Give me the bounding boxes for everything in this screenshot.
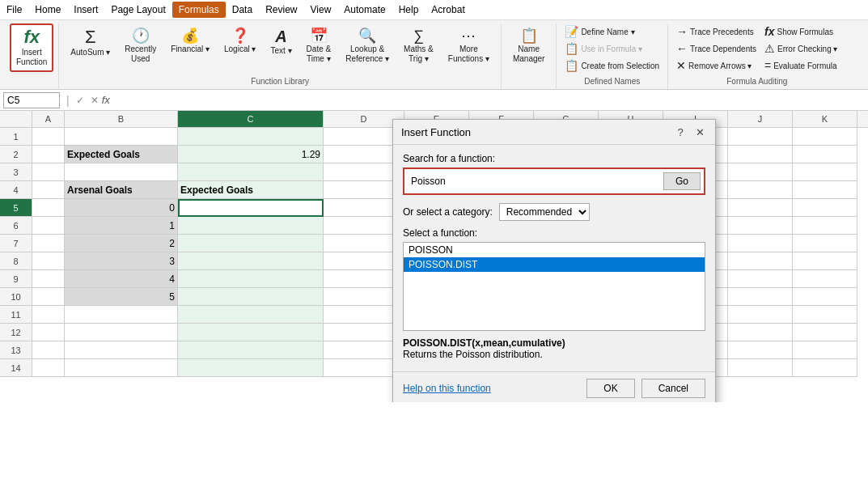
- row-header-5[interactable]: 5: [0, 199, 32, 217]
- more-functions-button[interactable]: ⋯ MoreFunctions ▾: [442, 23, 496, 69]
- menu-review[interactable]: Review: [259, 2, 303, 18]
- function-list[interactable]: POISSON POISSON.DIST: [403, 242, 705, 331]
- insert-function-button[interactable]: fx Insert Function: [10, 23, 53, 72]
- menu-automate[interactable]: Automate: [337, 2, 392, 18]
- name-manager-button[interactable]: 📋 NameManager: [506, 23, 551, 69]
- error-checking-button[interactable]: ⚠ Error Checking ▾: [761, 40, 840, 57]
- cell-a1[interactable]: [32, 128, 65, 146]
- cell-a7[interactable]: [32, 235, 65, 252]
- cell-b5[interactable]: 0: [65, 199, 178, 217]
- dialog-help-button[interactable]: ?: [673, 125, 688, 139]
- use-in-formula-button[interactable]: 📋 Use in Formula ▾: [561, 40, 663, 57]
- cell-k13[interactable]: [793, 341, 857, 359]
- cell-a12[interactable]: [32, 324, 65, 341]
- col-header-c[interactable]: C: [178, 111, 324, 127]
- cell-a2[interactable]: [32, 146, 65, 163]
- row-header-6[interactable]: 6: [0, 217, 32, 235]
- recently-used-button[interactable]: 🕐 Recently Used: [118, 23, 163, 69]
- cell-j9[interactable]: [728, 270, 793, 288]
- remove-arrows-button[interactable]: ✕ Remove Arrows ▾: [673, 57, 760, 74]
- cell-c14[interactable]: [178, 359, 324, 377]
- cell-k5[interactable]: [793, 199, 857, 217]
- cell-b9[interactable]: 4: [65, 270, 178, 288]
- autosum-button[interactable]: Σ AutoSum ▾: [64, 23, 116, 62]
- menu-acrobat[interactable]: Acrobat: [425, 2, 471, 18]
- dialog-cancel-button[interactable]: Cancel: [641, 379, 705, 398]
- cell-b13[interactable]: [65, 341, 178, 359]
- row-header-3[interactable]: 3: [0, 163, 32, 181]
- cell-a8[interactable]: [32, 252, 65, 270]
- cell-j3[interactable]: [728, 163, 793, 181]
- show-formulas-button[interactable]: fx Show Formulas: [761, 23, 840, 40]
- cell-j13[interactable]: [728, 341, 793, 359]
- cell-b14[interactable]: [65, 359, 178, 377]
- cell-k10[interactable]: [793, 288, 857, 306]
- menu-file[interactable]: File: [0, 2, 28, 18]
- help-link[interactable]: Help on this function: [403, 383, 491, 394]
- func-list-item-poisson-dist[interactable]: POISSON.DIST: [404, 257, 705, 272]
- cell-k11[interactable]: [793, 306, 857, 324]
- cell-j2[interactable]: [728, 146, 793, 163]
- date-time-button[interactable]: 📅 Date &Time ▾: [300, 23, 338, 69]
- cell-k9[interactable]: [793, 270, 857, 288]
- cell-j8[interactable]: [728, 252, 793, 270]
- trace-precedents-button[interactable]: → Trace Precedents: [673, 23, 760, 40]
- menu-home[interactable]: Home: [28, 2, 67, 18]
- cell-a13[interactable]: [32, 341, 65, 359]
- cell-a5[interactable]: [32, 199, 65, 217]
- cell-b3[interactable]: [65, 163, 178, 181]
- cell-k7[interactable]: [793, 235, 857, 252]
- dialog-close-button[interactable]: ✕: [692, 125, 707, 139]
- cell-b1[interactable]: [65, 128, 178, 146]
- cell-k3[interactable]: [793, 163, 857, 181]
- financial-button[interactable]: 💰 Financial ▾: [164, 23, 216, 59]
- cell-b7[interactable]: 2: [65, 235, 178, 252]
- logical-button[interactable]: ❓ Logical ▾: [218, 23, 262, 59]
- cell-c1[interactable]: [178, 128, 324, 146]
- row-header-7[interactable]: 7: [0, 235, 32, 252]
- cell-c2[interactable]: 1.29: [178, 146, 324, 163]
- cell-b6[interactable]: 1: [65, 217, 178, 235]
- col-header-b[interactable]: B: [65, 111, 178, 127]
- cell-k14[interactable]: [793, 359, 857, 377]
- category-select[interactable]: Recommended All Financial Date & Time Ma…: [499, 203, 590, 221]
- cell-a10[interactable]: [32, 288, 65, 306]
- cell-c12[interactable]: [178, 324, 324, 341]
- cell-a11[interactable]: [32, 306, 65, 324]
- define-name-button[interactable]: 📝 Define Name ▾: [561, 23, 663, 40]
- cell-k1[interactable]: [793, 128, 857, 146]
- cell-a3[interactable]: [32, 163, 65, 181]
- cell-c4[interactable]: Expected Goals: [178, 181, 324, 199]
- col-header-a[interactable]: A: [32, 111, 65, 127]
- row-header-13[interactable]: 13: [0, 341, 32, 359]
- cell-a6[interactable]: [32, 217, 65, 235]
- menu-formulas[interactable]: Formulas: [172, 2, 226, 18]
- go-button[interactable]: Go: [663, 172, 701, 190]
- cell-k2[interactable]: [793, 146, 857, 163]
- cell-j14[interactable]: [728, 359, 793, 377]
- cell-j10[interactable]: [728, 288, 793, 306]
- cell-k8[interactable]: [793, 252, 857, 270]
- row-header-10[interactable]: 10: [0, 288, 32, 306]
- function-search-input[interactable]: [408, 172, 658, 190]
- col-header-k[interactable]: K: [793, 111, 857, 127]
- trace-dependents-button[interactable]: ← Trace Dependents: [673, 40, 760, 57]
- cell-b12[interactable]: [65, 324, 178, 341]
- cell-b4[interactable]: Arsenal Goals: [65, 181, 178, 199]
- row-header-9[interactable]: 9: [0, 270, 32, 288]
- cell-j5[interactable]: [728, 199, 793, 217]
- menu-view[interactable]: View: [304, 2, 338, 18]
- cell-k12[interactable]: [793, 324, 857, 341]
- cell-b11[interactable]: [65, 306, 178, 324]
- cell-c3[interactable]: [178, 163, 324, 181]
- cell-a4[interactable]: [32, 181, 65, 199]
- func-list-item-poisson[interactable]: POISSON: [404, 243, 705, 257]
- formula-input[interactable]: [113, 95, 865, 106]
- cell-j4[interactable]: [728, 181, 793, 199]
- cell-c9[interactable]: [178, 270, 324, 288]
- row-header-4[interactable]: 4: [0, 181, 32, 199]
- row-header-12[interactable]: 12: [0, 324, 32, 341]
- cell-reference-input[interactable]: [3, 92, 60, 108]
- cell-b2[interactable]: Expected Goals: [65, 146, 178, 163]
- menu-help[interactable]: Help: [392, 2, 426, 18]
